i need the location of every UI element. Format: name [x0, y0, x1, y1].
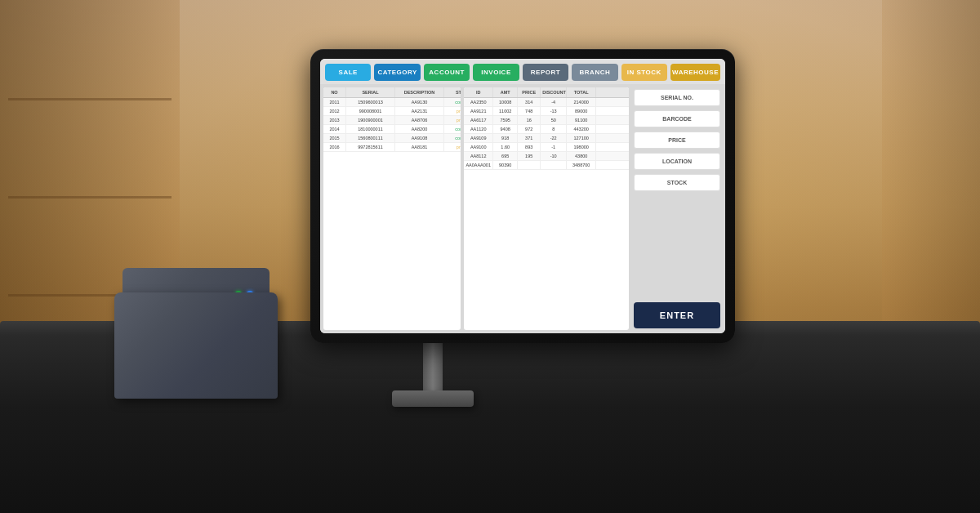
cell-status: complete [444, 125, 461, 133]
cell-no: 2013 [323, 116, 346, 124]
table-row: AA6117 7595 16 50 91100 [464, 116, 629, 125]
col-discount: DISCOUNT [541, 87, 567, 97]
col-price: PRICE [518, 87, 541, 97]
cell-serial: 1509600013 [346, 98, 395, 106]
cell-status: process [444, 116, 461, 124]
table-row: 2013 1900900001 AA8706 process [323, 116, 461, 125]
cell-desc: AA9130 [395, 98, 444, 106]
col-desc: DESCRIPTION [395, 87, 444, 97]
location-field[interactable]: LOCATION [634, 153, 720, 170]
table-row: AA9109 918 371 -22 127100 [464, 134, 629, 143]
orders-table-header: NO SERIAL DESCRIPTION STATUS [323, 87, 461, 98]
nav-instock-button[interactable]: IN STOCK [621, 64, 667, 81]
cell-serial: 9972815611 [346, 143, 395, 151]
nav-warehouse-button[interactable]: WAREHOUSE [670, 64, 720, 81]
cell-serial: 1560800111 [346, 134, 395, 142]
col-total: TOTAL [567, 87, 596, 97]
table-row: 2015 1560800111 AA9108 complete [323, 134, 461, 143]
items-table: ID AMT PRICE DISCOUNT TOTAL AA2350 10008… [464, 87, 629, 330]
monitor-bezel: SALE CATEGORY ACCOUNT INVOICE REPORT BRA… [310, 49, 735, 343]
cell-no: 2015 [323, 134, 346, 142]
nav-category-button[interactable]: CATEGORY [374, 64, 420, 81]
cell-serial: 1810000011 [346, 125, 395, 133]
stock-field[interactable]: STOCK [634, 174, 720, 191]
col-amt: AMT [493, 87, 518, 97]
table-row: 2011 1509600013 AA9130 complete [323, 98, 461, 107]
cell-no: 2011 [323, 98, 346, 106]
table-row: AA9100 1.60 893 -1 198000 [464, 143, 629, 152]
cell-no: 2014 [323, 125, 346, 133]
monitor-screen: SALE CATEGORY ACCOUNT INVOICE REPORT BRA… [320, 59, 725, 333]
col-no: NO [323, 87, 346, 97]
cell-desc: AA8706 [395, 116, 444, 124]
orders-table: NO SERIAL DESCRIPTION STATUS 2011 150960… [323, 87, 461, 330]
right-input-panel: SERIAL NO. BARCODE PRICE LOCATION STOCK … [632, 87, 722, 330]
price-field[interactable]: PRICE [634, 132, 720, 149]
cell-desc: AA9108 [395, 134, 444, 142]
pos-application: SALE CATEGORY ACCOUNT INVOICE REPORT BRA… [320, 59, 725, 333]
table-row: AA2350 10008 314 -4 214000 [464, 98, 629, 107]
enter-button[interactable]: ENTER [634, 302, 720, 328]
table-row: 2016 9972815611 AA8181 process [323, 143, 461, 152]
table-row: AA8112 695 195 -10 43800 [464, 152, 629, 161]
nav-sale-button[interactable]: SALE [325, 64, 371, 81]
col-id: ID [464, 87, 493, 97]
pos-monitor: SALE CATEGORY ACCOUNT INVOICE REPORT BRA… [310, 49, 735, 343]
table-row: 2012 990008001 AA2131 process [323, 107, 461, 116]
nav-bar: SALE CATEGORY ACCOUNT INVOICE REPORT BRA… [320, 59, 725, 84]
cell-desc: AA8181 [395, 143, 444, 151]
nav-branch-button[interactable]: BRANCH [572, 64, 617, 81]
col-status: STATUS [444, 87, 461, 97]
cell-desc: AA8200 [395, 125, 444, 133]
cell-status: process [444, 107, 461, 115]
cell-status: complete [444, 98, 461, 106]
receipt-printer [114, 268, 278, 399]
cell-serial: 1900900001 [346, 116, 395, 124]
nav-report-button[interactable]: REPORT [523, 64, 568, 81]
stand-base [392, 390, 474, 407]
serial-no-field[interactable]: SERIAL NO. [634, 89, 720, 106]
cell-desc: AA2131 [395, 107, 444, 115]
table-row: 2014 1810000011 AA8200 complete [323, 125, 461, 134]
table-row: AA1120 9408 972 8 443200 [464, 125, 629, 134]
cell-serial: 990008001 [346, 107, 395, 115]
cell-no: 2016 [323, 143, 346, 151]
col-serial: SERIAL [346, 87, 395, 97]
items-table-header: ID AMT PRICE DISCOUNT TOTAL [464, 87, 629, 98]
nav-invoice-button[interactable]: INVOICE [473, 64, 519, 81]
table-row: AA0AAA001 90390 3488700 [464, 161, 629, 170]
table-row: AA9121 11002 748 -13 89000 [464, 107, 629, 116]
barcode-field[interactable]: BARCODE [634, 110, 720, 127]
cell-no: 2012 [323, 107, 346, 115]
printer-body [114, 292, 278, 399]
cell-status: complete [444, 134, 461, 142]
main-content-area: NO SERIAL DESCRIPTION STATUS 2011 150960… [320, 84, 725, 333]
cell-status: process [444, 143, 461, 151]
nav-account-button[interactable]: ACCOUNT [424, 64, 470, 81]
